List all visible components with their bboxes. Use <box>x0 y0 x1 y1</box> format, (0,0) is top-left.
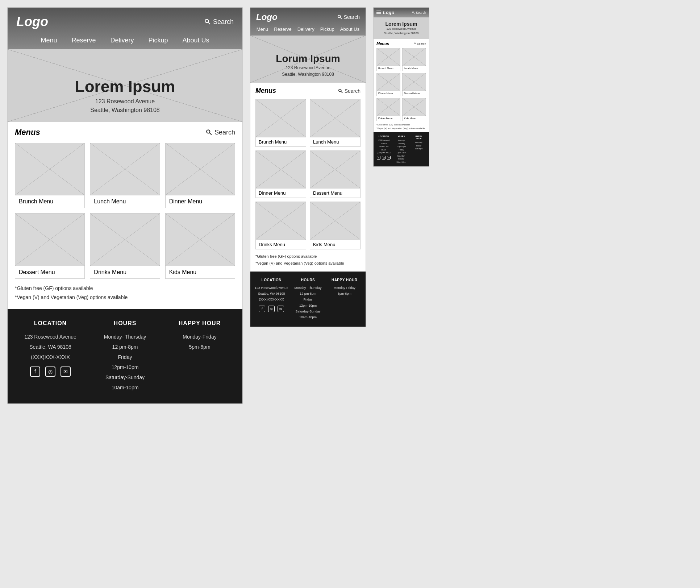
small-menus-search-icon <box>414 42 416 45</box>
nav-pickup[interactable]: Pickup <box>149 37 168 44</box>
small-menus-search[interactable]: Search <box>414 42 426 45</box>
svg-rect-8 <box>376 11 381 12</box>
medium-nav-menu[interactable]: Menu <box>257 26 268 32</box>
medium-email-icon[interactable]: ✉ <box>278 306 284 312</box>
medium-note-gf: *Gluten free (GF) options available <box>255 253 361 260</box>
medium-menu-label-brunch: Brunch Menu <box>256 137 306 146</box>
menu-img-kids <box>166 214 235 265</box>
small-facebook-icon[interactable]: f <box>377 156 380 160</box>
medium-menus-header: Menus Search <box>255 87 361 95</box>
large-notes: *Gluten free (GF) options available *Veg… <box>15 284 235 302</box>
small-restaurant-name: Lorem Ipsum <box>376 21 426 27</box>
large-restaurant-name: Lorem Ipsum <box>8 78 242 96</box>
small-menu-card-kids[interactable]: Kids Menu <box>402 98 426 121</box>
menu-card-dinner[interactable]: Dinner Menu <box>165 143 235 208</box>
menu-img-brunch <box>15 143 84 195</box>
large-footer-happyhour: HAPPY HOUR Monday-Friday5pm-6pm <box>164 320 235 393</box>
small-footer-location-text: 123 RosewoodAvenueSeattle, WA98108(XXX)X… <box>376 139 392 154</box>
large-search-button[interactable]: Search <box>204 18 234 26</box>
medium-footer-hours: HOURS Monday- Thursday12 pm-8pmFriday12p… <box>291 278 325 320</box>
large-hero: Lorem Ipsum 123 Rosewood Avenue Seattle,… <box>8 49 242 122</box>
medium-menus-search-button[interactable]: Search <box>338 88 361 94</box>
small-menus-header: Menus Search <box>376 41 426 46</box>
medium-menu-card-dessert[interactable]: Dessert Menu <box>310 150 361 198</box>
medium-nav-pickup[interactable]: Pickup <box>320 26 334 32</box>
menu-card-brunch[interactable]: Brunch Menu <box>15 143 85 208</box>
menu-card-kids[interactable]: Kids Menu <box>165 213 235 278</box>
medium-menu-card-dinner[interactable]: Dinner Menu <box>255 150 306 198</box>
medium-nav-delivery[interactable]: Delivery <box>297 26 314 32</box>
medium-note-vegan: *Vegan (V) and Vegetarian (Veg) options … <box>255 260 361 267</box>
medium-header-top: Logo Search <box>250 8 366 24</box>
small-menu-card-dinner[interactable]: Dinner Menu <box>376 73 400 96</box>
small-email-icon[interactable]: ✉ <box>387 156 391 160</box>
hamburger-icon <box>376 11 381 14</box>
small-menu-label-dessert: Dessert Menu <box>403 91 426 96</box>
small-address: 123 Rosewood Avenue Seattle, Washington … <box>376 27 426 36</box>
svg-line-14 <box>415 44 416 45</box>
medium-menu-card-brunch[interactable]: Brunch Menu <box>255 99 306 147</box>
small-menu-card-brunch[interactable]: Brunch Menu <box>376 48 400 71</box>
small-footer-hours: HOURS Monday-Thursday12 pm-8pmFriday12pm… <box>393 135 409 163</box>
medium-menu-card-drinks[interactable]: Drinks Menu <box>255 202 306 249</box>
nav-menu[interactable]: Menu <box>41 37 57 44</box>
medium-menu-card-lunch[interactable]: Lunch Menu <box>310 99 361 147</box>
medium-facebook-icon[interactable]: f <box>259 306 265 312</box>
menu-label-brunch: Brunch Menu <box>15 195 84 208</box>
small-menu-card-dessert[interactable]: Dessert Menu <box>402 73 426 96</box>
large-search-label: Search <box>213 18 234 26</box>
facebook-icon[interactable]: f <box>30 367 40 377</box>
small-menu-img-kids <box>403 98 426 116</box>
medium-menu-label-lunch: Lunch Menu <box>310 137 360 146</box>
wireframe-medium: Logo Search Menu Reserve Delivery Pickup… <box>250 7 366 327</box>
medium-nav-about[interactable]: About Us <box>340 26 359 32</box>
small-menu-label-drinks: Drinks Menu <box>377 116 400 121</box>
small-menu-img-dinner <box>377 73 400 91</box>
svg-point-11 <box>412 12 414 13</box>
small-menu-img-dessert <box>403 73 426 91</box>
small-search-button[interactable]: Search <box>412 11 426 15</box>
svg-point-4 <box>338 15 340 18</box>
svg-rect-10 <box>376 13 381 14</box>
small-menus-grid: Brunch Menu Lunch Menu Dinner Menu Desse… <box>376 48 426 121</box>
email-icon[interactable]: ✉ <box>61 367 71 377</box>
medium-hero-text: Lorum Ipsum 123 Rosewood Avenue Seattle,… <box>250 53 366 83</box>
large-logo: Logo <box>16 14 48 29</box>
medium-footer-location-text: 123 Rosewood AvenueSeattle, WA 98108(XXX… <box>255 285 288 303</box>
medium-instagram-icon[interactable]: ◎ <box>268 306 275 312</box>
large-footer-happyhour-title: HAPPY HOUR <box>164 320 235 327</box>
large-menus-title: Menus <box>15 128 40 137</box>
large-menus-header: Menus Search <box>15 128 235 137</box>
menu-card-drinks[interactable]: Drinks Menu <box>90 213 160 278</box>
menu-label-dinner: Dinner Menu <box>166 195 235 208</box>
medium-menu-card-kids[interactable]: Kids Menu <box>310 202 361 249</box>
svg-line-7 <box>341 91 342 93</box>
menu-label-dessert: Dessert Menu <box>15 266 84 278</box>
small-search-icon <box>412 11 415 14</box>
small-social-icons: f ◎ ✉ <box>376 156 392 160</box>
large-menus-search-button[interactable]: Search <box>206 129 235 136</box>
menu-label-lunch: Lunch Menu <box>90 195 159 208</box>
medium-nav-reserve[interactable]: Reserve <box>274 26 291 32</box>
small-menu-card-drinks[interactable]: Drinks Menu <box>376 98 400 121</box>
medium-header: Logo Search Menu Reserve Delivery Pickup… <box>250 8 366 83</box>
nav-delivery[interactable]: Delivery <box>110 37 134 44</box>
nav-reserve[interactable]: Reserve <box>71 37 96 44</box>
medium-footer-happyhour: HAPPY HOUR Monday-Friday5pm-6pm <box>328 278 361 320</box>
instagram-icon[interactable]: ◎ <box>45 367 55 377</box>
large-menus-section: Menus Search Brunch Menu Lunch Menu Dinn… <box>8 122 242 309</box>
search-icon <box>204 18 211 25</box>
small-menu-card-lunch[interactable]: Lunch Menu <box>402 48 426 71</box>
medium-menu-label-dinner: Dinner Menu <box>256 188 306 198</box>
svg-line-3 <box>210 133 212 135</box>
medium-menu-img-dinner <box>256 151 306 189</box>
small-instagram-icon[interactable]: ◎ <box>382 156 386 160</box>
menu-card-dessert[interactable]: Dessert Menu <box>15 213 85 278</box>
medium-search-button[interactable]: Search <box>337 14 360 20</box>
note-gf: *Gluten free (GF) options available <box>15 284 235 293</box>
nav-about[interactable]: About Us <box>183 37 209 44</box>
small-menus-title: Menus <box>376 41 389 46</box>
menu-img-lunch <box>90 143 159 195</box>
menu-card-lunch[interactable]: Lunch Menu <box>90 143 160 208</box>
small-footer-happyhour: HAPPYHOUR Monday-Friday5pm-6pm <box>411 135 427 163</box>
